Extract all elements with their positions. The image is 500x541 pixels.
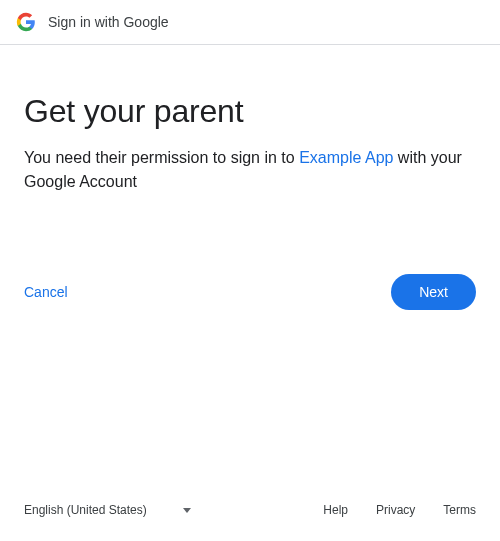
header-title: Sign in with Google — [48, 14, 169, 30]
help-link[interactable]: Help — [323, 503, 348, 517]
header: Sign in with Google — [0, 0, 500, 45]
privacy-link[interactable]: Privacy — [376, 503, 415, 517]
language-label: English (United States) — [24, 503, 147, 517]
next-button[interactable]: Next — [391, 274, 476, 310]
page-title: Get your parent — [24, 93, 476, 130]
terms-link[interactable]: Terms — [443, 503, 476, 517]
main-content: Get your parent You need their permissio… — [0, 45, 500, 487]
footer: English (United States) Help Privacy Ter… — [0, 487, 500, 541]
google-logo-icon — [16, 12, 36, 32]
chevron-down-icon — [183, 508, 191, 513]
language-selector[interactable]: English (United States) — [24, 503, 191, 517]
action-row: Cancel Next — [24, 274, 476, 310]
description: You need their permission to sign in to … — [24, 146, 476, 194]
footer-links: Help Privacy Terms — [323, 503, 476, 517]
description-prefix: You need their permission to sign in to — [24, 149, 299, 166]
cancel-button[interactable]: Cancel — [24, 276, 68, 308]
app-name-link[interactable]: Example App — [299, 149, 393, 166]
